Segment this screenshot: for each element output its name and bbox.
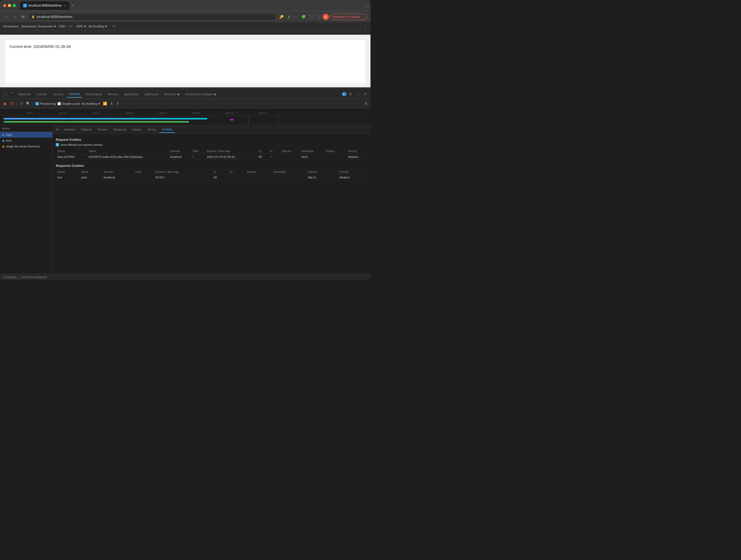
tab-menu-button[interactable]: ⌄: [364, 3, 367, 8]
tab-close-button[interactable]: ✕: [63, 4, 66, 8]
devtools-icon[interactable]: ⬛: [315, 14, 322, 20]
throttle-dropdown[interactable]: No throttling ▼: [89, 25, 108, 28]
devtools-tab-end: 1 ⚙ ⋮ ✕: [342, 91, 368, 97]
tab-network[interactable]: Network: [67, 91, 82, 98]
tab-application[interactable]: Application: [122, 91, 141, 97]
zoom-dropdown[interactable]: 100% ▼: [76, 25, 86, 28]
throttle-dropdown[interactable]: No throttling ▼: [82, 102, 100, 105]
requests-count: 3 requests: [3, 276, 16, 279]
close-button[interactable]: [3, 4, 6, 7]
responsive-more-icon[interactable]: ⋮: [364, 24, 367, 28]
tick-250ms: 250 ms: [159, 112, 167, 115]
col-name-res: Name: [56, 169, 79, 175]
col-partition-res: Partitio...: [306, 169, 338, 175]
col-domain-res: Domain: [102, 169, 134, 175]
devtools-settings-icon[interactable]: ⚙: [347, 91, 354, 97]
search-icon[interactable]: 🔍: [25, 101, 31, 106]
record-button[interactable]: ⏺: [2, 101, 7, 107]
file-icon-orange-1: ▣: [2, 145, 4, 148]
show-filtered-label: show filtered out request cookies: [61, 143, 103, 146]
cookie-priority-1: Medium: [347, 154, 367, 160]
cookie-secure-1: [280, 154, 300, 160]
devtools-mobile-icon[interactable]: 📱: [9, 91, 15, 97]
minimize-button[interactable]: [8, 4, 11, 7]
maximize-button[interactable]: [13, 4, 16, 7]
col-h-res: H...: [228, 169, 245, 175]
show-filtered-checkbox[interactable]: [56, 143, 59, 146]
request-bar-3: [230, 119, 233, 121]
file-item-hooks[interactable]: ▣ single-file-hooks-frames.js: [0, 143, 52, 149]
throttle-chevron-icon: ▼: [105, 25, 108, 28]
upload-icon[interactable]: ⬆: [110, 101, 114, 106]
tab-performance[interactable]: Performance: [83, 91, 105, 97]
res-cookie-s-1: 60: [212, 175, 228, 180]
detail-tab-payload[interactable]: Payload: [78, 126, 94, 133]
devtools-close-icon[interactable]: ✕: [362, 91, 368, 97]
detail-tab-response[interactable]: Response: [111, 126, 129, 133]
tab-memory[interactable]: Memory: [105, 91, 121, 97]
traffic-lights: [3, 4, 16, 7]
new-tab-button[interactable]: +: [71, 2, 75, 9]
col-path-res: Path: [134, 169, 154, 175]
disable-cache-checkbox[interactable]: [58, 102, 61, 105]
col-expires-req: Expires / Max-Age: [205, 148, 257, 154]
rotate-icon[interactable]: ⟳: [111, 23, 117, 29]
toolbar-separator-2: [33, 101, 33, 106]
tab-console[interactable]: Console: [34, 91, 50, 97]
cookie-s-1: 49: [257, 154, 269, 160]
page-content: Current time: 2024/05/05/ 01:36:26: [0, 35, 370, 87]
detail-tab-cookies[interactable]: Cookies: [159, 126, 175, 133]
col-value-res: Value: [79, 169, 102, 175]
request-cookies-table: Name Value Domain Path Expires / Max-Age…: [56, 148, 367, 160]
detail-tab-preview[interactable]: Preview: [94, 126, 110, 133]
relaunch-button[interactable]: Relaunch to update ⋮: [330, 14, 367, 20]
file-item-login[interactable]: ▣ login: [0, 132, 52, 138]
dimensions-dropdown[interactable]: Dimensions: Responsive ▼: [21, 25, 57, 28]
tick-400ms: 400 ms: [259, 112, 267, 115]
user-avatar[interactable]: E: [323, 14, 329, 20]
forward-button[interactable]: →: [12, 14, 18, 20]
devtools-panel: — — ⬚ 📱 Elements Console Sources Network…: [0, 87, 370, 280]
cookies-content: Request Cookies show filtered out reques…: [53, 134, 370, 274]
filter-icon[interactable]: ⊘: [19, 101, 24, 106]
preserve-log-checkbox[interactable]: [36, 102, 39, 105]
network-settings-icon[interactable]: ⚙: [364, 101, 368, 106]
detail-tab-timing[interactable]: Timing: [145, 126, 159, 133]
clear-button[interactable]: 🚫: [9, 101, 15, 106]
tab-elements[interactable]: Elements: [16, 91, 33, 97]
share-icon[interactable]: ⬆: [286, 14, 292, 20]
preserve-log-wrap: Preserve log: [36, 102, 56, 105]
sidebar-icon[interactable]: ⬛: [308, 14, 314, 20]
col-domain-req: Domain: [169, 148, 191, 154]
tab-performance-insights[interactable]: Performance insights ⏺: [183, 91, 219, 97]
file-item-time[interactable]: ▣ time: [0, 138, 52, 143]
devtools-drag-handle[interactable]: — —: [0, 87, 370, 89]
tab-lighthouse[interactable]: Lighthouse: [141, 91, 161, 97]
back-button[interactable]: ←: [3, 14, 9, 20]
tab-recorder[interactable]: Recorder ⏺: [161, 91, 182, 97]
res-cookie-domain-1: localhost: [102, 175, 134, 180]
response-cookie-row-1[interactable]: test yyds localhost 20.00 s 60 http://l.…: [56, 175, 367, 180]
puzzle-icon[interactable]: 🧩: [300, 14, 307, 20]
devtools-inspect-icon[interactable]: ⬚: [2, 91, 8, 97]
request-cookie-row-1[interactable]: Idea-d1f785ff 84328570-ea9b-4635-afba-05…: [56, 154, 367, 160]
res-cookie-priority-1: Medium: [338, 175, 367, 180]
devtools-more-icon[interactable]: ⋮: [355, 91, 361, 97]
detail-tab-headers[interactable]: Headers: [62, 126, 78, 133]
res-cookie-name-1: test: [56, 175, 79, 180]
detail-close-button[interactable]: ✕: [55, 126, 60, 133]
active-tab[interactable]: 🌐 localhost:8080/test/time ✕: [20, 1, 69, 10]
star-icon[interactable]: ☆: [293, 14, 299, 20]
key-icon[interactable]: 🔑: [278, 14, 285, 20]
wifi-icon[interactable]: 📶: [102, 101, 108, 106]
download-icon[interactable]: ⬇: [116, 101, 120, 106]
network-toolbar: ⏺ 🚫 ⊘ 🔍 Preserve log Disable cache No th…: [0, 99, 370, 109]
address-bar[interactable]: 🔒 localhost:8080/test/time: [28, 13, 276, 20]
col-priority-req: Priority: [347, 148, 367, 154]
reload-button[interactable]: ↻: [20, 14, 26, 20]
tab-sources[interactable]: Sources: [50, 91, 66, 97]
detail-tab-initiator[interactable]: Initiator: [129, 126, 144, 133]
cookie-h-1: ✓: [269, 154, 280, 160]
address-text: localhost:8080/test/time: [37, 15, 73, 19]
col-secure-req: Secure: [280, 148, 300, 154]
